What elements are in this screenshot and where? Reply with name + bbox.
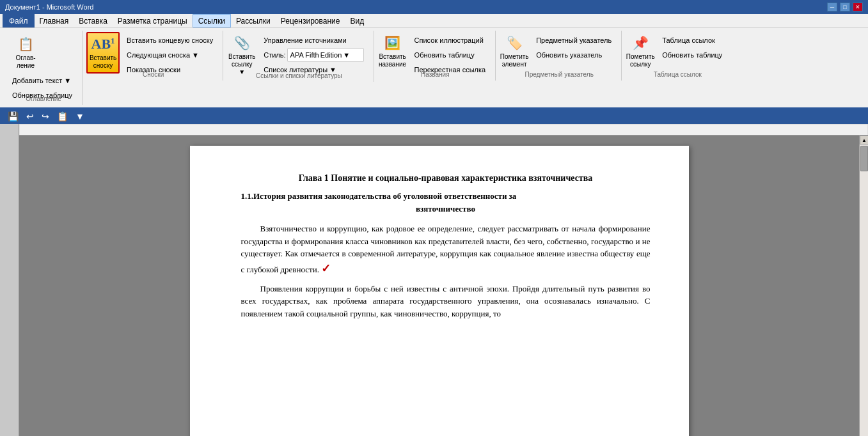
chapter-heading: Глава 1 Понятие и социально-правовая хар… <box>241 171 651 185</box>
ribbon-group-footnotes: AB1 Вставитьсноску Вставить концевую сно… <box>84 31 223 81</box>
update-index-label: Обновить указатель <box>536 51 602 59</box>
update-table-ref-label: Обновить таблицу <box>662 51 722 59</box>
toc-button[interactable]: 📋 Оглав-ление <box>8 33 43 73</box>
footnote-icon: AB1 <box>91 36 115 53</box>
citations-group-label: Ссылки и списки литературы <box>225 72 373 79</box>
edition-label: Edition <box>320 51 342 59</box>
close-button[interactable]: ✕ <box>853 3 863 12</box>
illustrations-list-button[interactable]: Список иллюстраций <box>410 33 491 47</box>
ribbon-group-index: 🏷️ Пометитьэлемент Предметный указатель … <box>497 31 622 81</box>
menu-file[interactable]: Файл <box>3 14 35 27</box>
mark-citation-label: Пометитьссылку <box>626 53 655 68</box>
footnotes-btns: Вставить концевую сноску Следующая сноск… <box>122 32 217 77</box>
style-label: Стиль: <box>264 51 285 59</box>
update-index-button[interactable]: Обновить указатель <box>532 48 616 62</box>
menu-view[interactable]: Вид <box>345 14 369 27</box>
manage-sources-label: Управление источниками <box>264 36 346 44</box>
toc-icon: 📋 <box>18 36 34 52</box>
section-heading-line1: 1.1.История развития законодательства об… <box>241 190 651 203</box>
insert-footnote-label: Вставитьсноску <box>90 54 116 70</box>
style-value: APA Fifth <box>290 51 319 59</box>
svg-rect-0 <box>19 124 868 136</box>
mark-citation-button[interactable]: 📌 Пометитьссылку <box>626 32 655 72</box>
table-of-authorities-label: Таблица ссылок <box>662 36 715 44</box>
next-footnote-button[interactable]: Следующая сноска ▼ <box>122 48 217 62</box>
style-arrow: ▼ <box>343 51 350 59</box>
doc-sidebar-left <box>0 136 19 436</box>
maximize-button[interactable]: □ <box>840 3 850 12</box>
subject-index-button[interactable]: Предметный указатель <box>532 33 616 47</box>
mark-entry-icon: 🏷️ <box>507 35 523 51</box>
ruler-main <box>19 124 868 136</box>
clipboard-qa-button[interactable]: 📋 <box>54 110 70 123</box>
mark-citation-icon: 📌 <box>633 35 649 51</box>
next-footnote-label: Следующая сноска ▼ <box>127 51 199 59</box>
section-heading: 1.1.История развития законодательства об… <box>241 190 651 215</box>
mark-entry-label: Пометитьэлемент <box>500 53 529 68</box>
qa-dropdown-button[interactable]: ▼ <box>73 110 87 123</box>
scroll-up-button[interactable]: ▲ <box>860 136 868 144</box>
mark-entry-button[interactable]: 🏷️ Пометитьэлемент <box>500 32 529 72</box>
title-bar: Документ1 - Microsoft Word ─ □ ✕ <box>0 0 868 14</box>
table-of-authorities-button[interactable]: Таблица ссылок <box>658 33 727 47</box>
undo-qa-button[interactable]: ↩ <box>24 110 36 123</box>
toc-group-content: 📋 Оглав-ление Добавить текст ▼ Обновить … <box>8 31 77 102</box>
paragraph-1: Взяточничество и коррупцию, как родовое … <box>241 222 651 277</box>
captions-btns: Список иллюстраций Обновить таблицу Пере… <box>410 32 491 77</box>
document-area: Глава 1 Понятие и социально-правовая хар… <box>0 136 868 436</box>
scroll-thumb[interactable] <box>860 146 868 171</box>
redo-qa-button[interactable]: ↪ <box>39 110 52 123</box>
footnotes-group-label: Сноски <box>84 71 223 78</box>
update-table-ref-button[interactable]: Обновить таблицу <box>658 48 727 62</box>
index-btns: Предметный указатель Обновить указатель <box>532 32 616 62</box>
paragraph-2: Проявления коррупции и борьбы с ней изве… <box>241 283 651 320</box>
checkmark-mark: ✓ <box>321 262 331 275</box>
toc-group-label: Оглавление <box>5 95 82 102</box>
menu-review[interactable]: Рецензирование <box>276 14 345 27</box>
ruler-left-margin <box>0 124 19 136</box>
save-qa-button[interactable]: 💾 <box>5 110 21 123</box>
ribbon: 📋 Оглав-ление Добавить текст ▼ Обновить … <box>0 28 868 109</box>
menu-insert[interactable]: Вставка <box>74 14 113 27</box>
toc-buttons: 📋 Оглав-ление Добавить текст ▼ Обновить … <box>8 32 77 102</box>
ref-table-btns: Таблица ссылок Обновить таблицу <box>658 32 727 62</box>
index-group-label: Предметный указатель <box>497 71 621 78</box>
document-page: Глава 1 Понятие и социально-правовая хар… <box>190 146 689 436</box>
ribbon-group-citations: 📎 Вставитьссылку ▼ Управление источникам… <box>225 31 374 82</box>
insert-endnote-button[interactable]: Вставить концевую сноску <box>122 33 217 47</box>
quick-access-toolbar: 💾 ↩ ↪ 📋 ▼ <box>0 109 868 124</box>
style-dropdown[interactable]: Стиль: APA Fifth Edition ▼ <box>259 48 368 62</box>
ref-table-group-label: Таблица ссылок <box>623 71 732 78</box>
title-bar-controls: ─ □ ✕ <box>827 3 863 12</box>
update-table-captions-button[interactable]: Обновить таблицу <box>410 48 491 62</box>
captions-group-label: Названия <box>375 71 496 78</box>
toc-label: Оглав-ление <box>15 54 35 70</box>
menu-page-layout[interactable]: Разметка страницы <box>113 14 193 27</box>
scroll-track[interactable] <box>860 144 868 436</box>
ribbon-group-captions: 🖼️ Вставитьназвание Список иллюстраций О… <box>375 31 496 81</box>
minimize-button[interactable]: ─ <box>827 3 837 12</box>
subject-index-label: Предметный указатель <box>536 36 612 44</box>
insert-footnote-button[interactable]: AB1 Вставитьсноску <box>86 32 120 74</box>
style-select[interactable]: APA Fifth Edition ▼ <box>287 48 364 62</box>
ruler-svg <box>19 124 868 136</box>
insert-caption-button[interactable]: 🖼️ Вставитьназвание <box>378 32 407 72</box>
vertical-scrollbar: ▲ ▼ <box>859 136 868 436</box>
manage-sources-button[interactable]: Управление источниками <box>259 33 368 47</box>
title-bar-title: Документ1 - Microsoft Word <box>5 3 93 11</box>
menu-home[interactable]: Главная <box>35 14 74 27</box>
menu-bar: Файл Главная Вставка Разметка страницы С… <box>0 14 868 28</box>
menu-mailings[interactable]: Рассылки <box>231 14 276 27</box>
section-heading-line2: взяточничество <box>241 203 651 215</box>
update-table-captions-label: Обновить таблицу <box>414 51 475 59</box>
illustrations-list-label: Список иллюстраций <box>414 36 484 44</box>
insert-endnote-label: Вставить концевую сноску <box>127 36 213 44</box>
menu-references[interactable]: Ссылки <box>193 14 231 27</box>
citations-btns: Управление источниками Стиль: APA Fifth … <box>259 32 368 77</box>
ribbon-group-ref-table: 📌 Пометитьссылку Таблица ссылок Обновить… <box>623 31 732 81</box>
ribbon-content: 📋 Оглав-ление Добавить текст ▼ Обновить … <box>0 28 868 107</box>
insert-caption-label: Вставитьназвание <box>379 53 406 68</box>
citation-icon: 📎 <box>234 35 250 51</box>
add-text-button[interactable]: Добавить текст ▼ <box>8 74 77 88</box>
ruler <box>0 124 868 136</box>
